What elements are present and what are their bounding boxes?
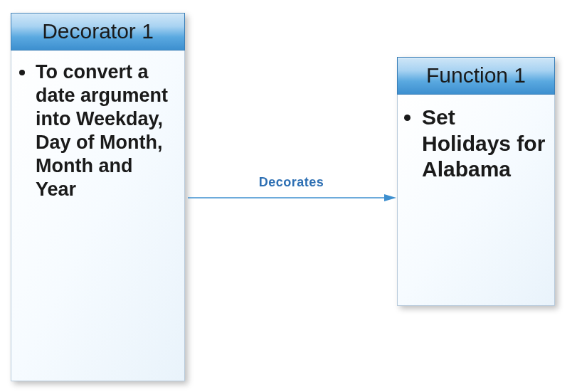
decorates-connector: Decorates <box>186 178 396 206</box>
decorator-1-body: To convert a date argument into Weekday,… <box>11 51 185 381</box>
connector-label: Decorates <box>186 175 396 190</box>
arrow-icon <box>186 178 396 206</box>
decorator-1-bullet: To convert a date argument into Weekday,… <box>36 60 176 201</box>
function-1-bullet: Set Holidays for Alabama <box>422 105 546 183</box>
decorator-1-list: To convert a date argument into Weekday,… <box>20 60 176 201</box>
function-1-list: Set Holidays for Alabama <box>406 105 546 183</box>
function-1-body: Set Holidays for Alabama <box>397 95 555 306</box>
decorator-1-title: Decorator 1 <box>11 13 185 51</box>
function-1-title: Function 1 <box>397 57 555 95</box>
decorator-1-card: Decorator 1 To convert a date argument i… <box>11 13 185 381</box>
function-1-card: Function 1 Set Holidays for Alabama <box>397 57 555 306</box>
svg-marker-1 <box>384 194 396 201</box>
